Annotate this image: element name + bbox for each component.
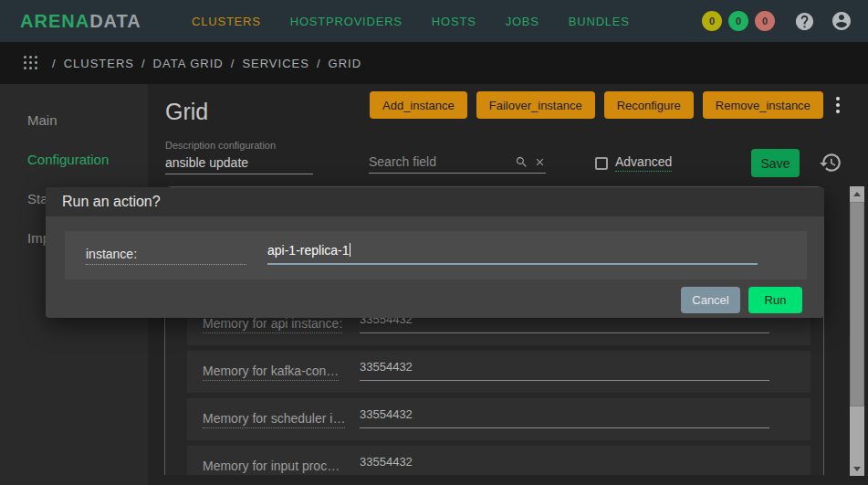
- arenadata-logo: ARENADATA: [20, 0, 141, 42]
- history-icon[interactable]: [819, 151, 842, 177]
- instance-field-value: api-1-replica-1: [267, 243, 349, 258]
- config-row: Memory for kafka-con… 33554432: [187, 351, 810, 393]
- page-title: Grid: [165, 99, 208, 125]
- topbar: ARENADATA CLUSTERS HOSTPROVIDERS HOSTS J…: [0, 0, 868, 42]
- toolbar: CLUSTERS DATA GRID SERVICES GRID Add_ins…: [0, 42, 868, 84]
- dialog-title: Run an action?: [46, 187, 824, 216]
- config-row-label: Memory for kafka-con…: [203, 364, 339, 381]
- text-cursor: [350, 243, 350, 257]
- notification-badges: 0 0 0: [702, 11, 775, 31]
- config-row-label: Memory for api instance:: [203, 316, 342, 333]
- run-action-dialog: Run an action? instance: api-1-replica-1…: [46, 187, 824, 318]
- description-label: Description configuration: [165, 140, 276, 151]
- breadcrumb-item[interactable]: SERVICES: [224, 57, 309, 70]
- dialog-actions: Cancel Run: [681, 287, 802, 313]
- apps-grid-icon[interactable]: [24, 56, 39, 71]
- scroll-down-icon[interactable]: [850, 461, 864, 476]
- config-row-value-input[interactable]: 33554432: [360, 360, 769, 381]
- breadcrumb-item[interactable]: GRID: [309, 57, 361, 70]
- action-button[interactable]: Failover_instance: [476, 91, 595, 119]
- logo-part-data: DATA: [89, 11, 141, 32]
- nav-item[interactable]: HOSTPROVIDERS: [290, 15, 403, 28]
- notification-badge[interactable]: 0: [728, 11, 748, 31]
- advanced-checkbox[interactable]: [595, 157, 608, 170]
- nav-item[interactable]: JOBS: [506, 15, 539, 28]
- search-input[interactable]: [369, 154, 509, 169]
- instance-field-label: instance:: [86, 247, 246, 265]
- main-nav: CLUSTERS HOSTPROVIDERS HOSTS JOBS BUNDLE…: [192, 0, 630, 42]
- help-icon[interactable]: [794, 11, 815, 32]
- notification-badge[interactable]: 0: [755, 11, 775, 31]
- scrollbar-thumb[interactable]: [850, 202, 864, 406]
- advanced-toggle[interactable]: Advanced: [595, 154, 672, 172]
- topbar-right: 0 0 0: [702, 0, 852, 42]
- action-buttons: Add_instance Failover_instance Reconfigu…: [370, 91, 823, 119]
- account-icon[interactable]: [831, 10, 852, 32]
- nav-item[interactable]: CLUSTERS: [192, 15, 261, 28]
- config-row-value-input[interactable]: 33554432: [360, 407, 769, 428]
- scroll-up-icon[interactable]: [850, 186, 864, 201]
- config-row-label: Memory for input proc…: [203, 459, 340, 476]
- nav-item[interactable]: HOSTS: [432, 15, 476, 28]
- breadcrumb-item[interactable]: DATA GRID: [134, 57, 224, 70]
- action-button[interactable]: Remove_instance: [703, 91, 823, 119]
- sidebar-item[interactable]: Configuration: [0, 140, 148, 179]
- sidebar-item[interactable]: Main: [0, 100, 148, 140]
- adcm-app: ARENADATA CLUSTERS HOSTPROVIDERS HOSTS J…: [0, 0, 868, 485]
- breadcrumb-item[interactable]: CLUSTERS: [45, 57, 134, 70]
- advanced-label: Advanced: [615, 154, 672, 172]
- config-row: Memory for scheduler i… 33554432: [187, 398, 810, 440]
- action-button[interactable]: Add_instance: [370, 91, 467, 119]
- search-field: [369, 154, 546, 174]
- cancel-button[interactable]: Cancel: [681, 287, 740, 313]
- instance-field-input[interactable]: api-1-replica-1: [267, 243, 758, 265]
- description-field: [165, 154, 313, 174]
- vertical-scrollbar[interactable]: [850, 186, 864, 476]
- notification-badge[interactable]: 0: [702, 11, 722, 31]
- nav-item[interactable]: BUNDLES: [569, 15, 630, 28]
- config-row-value-input[interactable]: 33554432: [360, 455, 769, 475]
- search-icon: [515, 155, 528, 169]
- description-input[interactable]: [165, 155, 313, 170]
- config-row-label: Memory for scheduler i…: [203, 411, 345, 428]
- config-row: Memory for input proc… 33554432: [187, 446, 810, 475]
- logo-part-arena: ARENA: [20, 11, 89, 32]
- kebab-menu-icon[interactable]: [829, 92, 847, 118]
- clear-search-icon[interactable]: [534, 156, 546, 168]
- action-button[interactable]: Reconfigure: [604, 91, 694, 119]
- save-button[interactable]: Save: [751, 149, 800, 177]
- dialog-field-container: instance: api-1-replica-1: [65, 231, 807, 279]
- run-button[interactable]: Run: [748, 287, 802, 313]
- breadcrumb: CLUSTERS DATA GRID SERVICES GRID: [45, 42, 361, 84]
